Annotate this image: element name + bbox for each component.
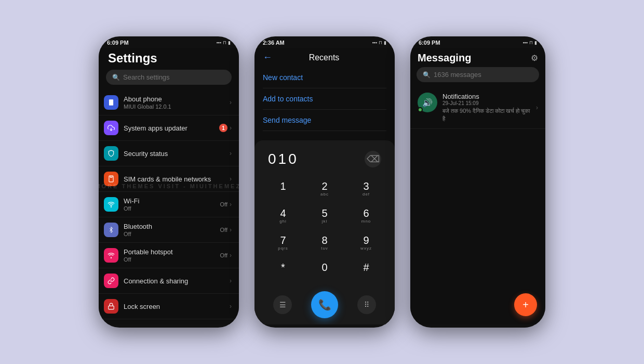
key-9[interactable]: 9 wxyz [346, 230, 386, 256]
menu-button[interactable]: ☰ [273, 295, 292, 314]
key-0[interactable]: 0 [304, 257, 345, 283]
dialer-screen: ← Recents New contactAdd to contactsSend… [254, 48, 395, 324]
wifi-status-icon: ⊓ [223, 40, 226, 45]
item-icon-connection [104, 274, 118, 288]
key-num-*: * [281, 262, 285, 272]
item-sub-wifi: Off [124, 205, 215, 212]
key-num-9: 9 [363, 235, 369, 245]
key-*[interactable]: * [263, 257, 303, 283]
back-button[interactable]: ← [263, 52, 272, 63]
notification-date: 29-Jul-21 15:09 [442, 100, 531, 106]
time-left: 6:09 PM [107, 40, 129, 46]
dial-number: 010 [268, 151, 299, 167]
dialer-container: 010 ⌫ 1 2 abc 3 def 4 ghi 5 jkl 6 mno 7 … [254, 140, 395, 324]
search-input[interactable] [123, 73, 225, 81]
settings-item-display[interactable]: Display › [99, 319, 239, 324]
battery-icon: ▮ [228, 40, 231, 45]
status-bar-left: 6:09 PM ▪▪▪ ⊓ ▮ [99, 36, 239, 48]
signal-icon-r: ▪▪▪ [522, 40, 528, 45]
key-#[interactable]: # [346, 257, 386, 283]
messaging-title: Messaging [418, 52, 471, 64]
key-7[interactable]: 7 pqrs [263, 230, 303, 256]
notification-content: Notifications 29-Jul-21 15:09 बजे तक 90%… [442, 93, 531, 123]
svg-rect-3 [109, 176, 113, 182]
key-num-#: # [363, 262, 369, 272]
key-4[interactable]: 4 ghi [263, 203, 303, 229]
wifi-icon-r: ⊓ [529, 40, 533, 45]
key-6[interactable]: 6 mno [346, 203, 386, 229]
chevron-icon-sim: › [230, 175, 232, 183]
key-letters-6: mno [361, 219, 371, 224]
chevron-icon-security: › [230, 150, 232, 157]
dialer-actions: ☰ 📞 ⠿ [263, 287, 386, 324]
key-num-1: 1 [280, 181, 286, 191]
badge-sysapps: 1 [219, 124, 227, 132]
status-bar-center: 2:36 AM ▪▪▪ ⊓ ▮ [254, 36, 395, 48]
settings-item-wifi[interactable]: Wi-Fi Off Off › [99, 192, 239, 217]
gear-icon[interactable]: ⚙ [531, 53, 538, 63]
key-num-3: 3 [363, 181, 369, 191]
key-5[interactable]: 5 jkl [304, 203, 345, 229]
item-icon-wifi [104, 197, 118, 212]
status-icons-left: ▪▪▪ ⊓ ▮ [216, 40, 231, 45]
item-label-bluetooth: Bluetooth [124, 223, 215, 230]
notification-text: बजे तक 90% दैनिक डेटा कोटा खर्च हो चुका … [442, 107, 531, 123]
key-3[interactable]: 3 def [346, 176, 386, 202]
keypad: 1 2 abc 3 def 4 ghi 5 jkl 6 mno 7 pqrs 8… [263, 176, 386, 287]
item-label-security: Security status [124, 150, 224, 158]
recent-action-new_contact[interactable]: New contact [263, 67, 386, 88]
volume-icon: 🔊 [422, 98, 433, 108]
recents-title: Recents [277, 53, 371, 62]
settings-item-bluetooth[interactable]: Bluetooth Off Off › [99, 217, 239, 243]
value-bluetooth: Off [220, 227, 227, 233]
message-search-input[interactable] [434, 71, 533, 79]
item-label-about: About phone [124, 95, 224, 103]
messaging-phone: 6:09 PM ▪▪▪ ⊓ ▮ Messaging ⚙ 🔍 🔊 N [410, 36, 545, 328]
svg-point-4 [111, 206, 111, 207]
chevron-icon-lockscreen: › [230, 303, 232, 310]
key-1[interactable]: 1 [263, 176, 303, 202]
key-num-5: 5 [321, 208, 327, 218]
key-8[interactable]: 8 tuv [304, 230, 345, 256]
item-icon-sim [104, 172, 118, 186]
dialer-phone: 2:36 AM ▪▪▪ ⊓ ▮ ← Recents New contactAdd… [254, 36, 395, 328]
notification-title: Notifications [442, 93, 531, 100]
notification-avatar: 🔊 [418, 93, 437, 112]
settings-item-sysapps[interactable]: System apps updater 1 › [99, 115, 239, 141]
recent-action-send_message[interactable]: Send message [263, 110, 386, 131]
chevron-icon-bluetooth: › [230, 226, 232, 233]
key-letters-5: jkl [322, 219, 328, 224]
search-icon-msg: 🔍 [423, 71, 431, 79]
messaging-header: Messaging ⚙ [410, 48, 545, 67]
settings-item-security[interactable]: Security status › [99, 141, 239, 166]
messaging-search-bar[interactable]: 🔍 [417, 67, 539, 82]
battery-icon-r: ▮ [534, 40, 537, 45]
backspace-button[interactable]: ⌫ [365, 151, 381, 167]
key-letters-7: pqrs [278, 246, 288, 251]
recent-action-add_contacts[interactable]: Add to contacts [263, 88, 386, 110]
item-sub-about: MIUI Global 12.0.1 [124, 103, 224, 110]
chevron-icon-sysapps: › [230, 124, 232, 132]
key-letters-8: tuv [321, 246, 328, 251]
key-num-8: 8 [321, 235, 327, 245]
key-num-2: 2 [321, 181, 327, 191]
settings-item-lockscreen[interactable]: Lock screen › [99, 294, 239, 319]
settings-item-about[interactable]: About phone MIUI Global 12.0.1 › [99, 90, 239, 115]
chevron-icon-wifi: › [230, 201, 232, 208]
settings-item-sim[interactable]: SIM cards & mobile networks › [99, 166, 239, 192]
settings-item-hotspot[interactable]: Portable hotspot Off Off › [99, 243, 239, 268]
item-label-sysapps: System apps updater [124, 124, 214, 132]
compose-button[interactable]: + [514, 293, 537, 316]
svg-rect-0 [109, 99, 113, 106]
key-num-4: 4 [280, 208, 286, 218]
item-icon-about [104, 95, 118, 110]
online-indicator [418, 107, 423, 112]
item-icon-sysapps [104, 121, 118, 135]
notification-item[interactable]: 🔊 Notifications 29-Jul-21 15:09 बजे तक 9… [410, 87, 545, 129]
settings-search-bar[interactable]: 🔍 [106, 70, 232, 85]
key-2[interactable]: 2 abc [304, 176, 345, 202]
recents-list: New contactAdd to contactsSend message [254, 67, 395, 140]
settings-item-connection[interactable]: Connection & sharing › [99, 268, 239, 294]
apps-button[interactable]: ⠿ [357, 295, 376, 314]
call-button[interactable]: 📞 [311, 291, 338, 318]
